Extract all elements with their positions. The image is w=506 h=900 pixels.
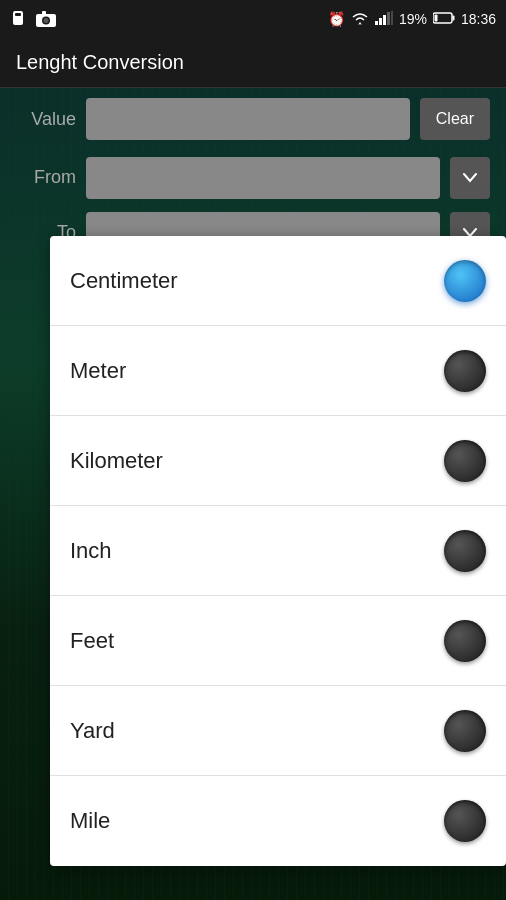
radio-inch[interactable] [444,530,486,572]
unit-label-feet: Feet [70,628,114,654]
unit-item-mile[interactable]: Mile [50,776,506,866]
unit-item-centimeter[interactable]: Centimeter [50,236,506,326]
main-content: Value Clear From To CentimeterMeterKilom… [0,88,506,260]
value-row: Value Clear [0,88,506,150]
sim-icon [10,10,30,28]
unit-item-feet[interactable]: Feet [50,596,506,686]
svg-rect-8 [383,15,386,25]
svg-rect-10 [391,11,393,25]
svg-rect-1 [15,13,21,16]
unit-item-inch[interactable]: Inch [50,506,506,596]
radio-yard[interactable] [444,710,486,752]
svg-rect-12 [452,16,454,21]
status-right-icons: ⏰ 19% [328,11,496,28]
svg-rect-9 [387,12,390,25]
radio-centimeter[interactable] [444,260,486,302]
battery-percentage: 19% [399,11,427,27]
unit-label-kilometer: Kilometer [70,448,163,474]
clear-button[interactable]: Clear [420,98,490,140]
unit-item-yard[interactable]: Yard [50,686,506,776]
unit-dropdown-list: CentimeterMeterKilometerInchFeetYardMile [50,236,506,866]
alarm-icon: ⏰ [328,11,345,27]
value-label: Value [16,109,76,130]
from-dropdown[interactable] [86,157,440,199]
svg-rect-5 [42,11,46,15]
svg-point-4 [44,18,49,23]
title-bar: Lenght Conversion [0,38,506,88]
radio-meter[interactable] [444,350,486,392]
page-title: Lenght Conversion [16,51,184,74]
unit-label-inch: Inch [70,538,112,564]
from-dropdown-arrow[interactable] [450,157,490,199]
value-input[interactable] [86,98,410,140]
radio-mile[interactable] [444,800,486,842]
camera-icon [36,10,56,28]
unit-label-mile: Mile [70,808,110,834]
signal-icon [375,11,393,28]
from-row: From [0,150,506,205]
from-label: From [16,167,76,188]
unit-item-meter[interactable]: Meter [50,326,506,416]
unit-label-yard: Yard [70,718,115,744]
status-time: 18:36 [461,11,496,27]
status-bar: ⏰ 19% [0,0,506,38]
radio-kilometer[interactable] [444,440,486,482]
svg-rect-13 [434,15,437,22]
battery-icon [433,11,455,27]
unit-label-meter: Meter [70,358,126,384]
svg-rect-6 [375,21,378,25]
svg-rect-7 [379,18,382,25]
radio-feet[interactable] [444,620,486,662]
status-left-icons [10,10,56,28]
wifi-icon [351,11,369,28]
unit-label-centimeter: Centimeter [70,268,178,294]
unit-item-kilometer[interactable]: Kilometer [50,416,506,506]
